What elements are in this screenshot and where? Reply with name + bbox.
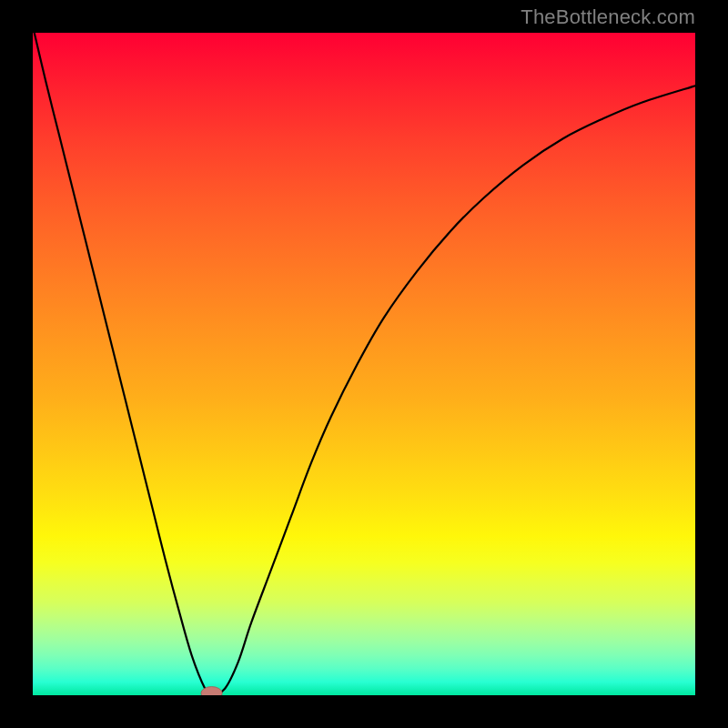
plot-area bbox=[33, 33, 695, 695]
watermark-text: TheBottleneck.com bbox=[521, 5, 695, 29]
curve-layer bbox=[33, 33, 695, 695]
chart-frame: TheBottleneck.com bbox=[0, 0, 728, 728]
bottleneck-curve bbox=[33, 33, 695, 695]
